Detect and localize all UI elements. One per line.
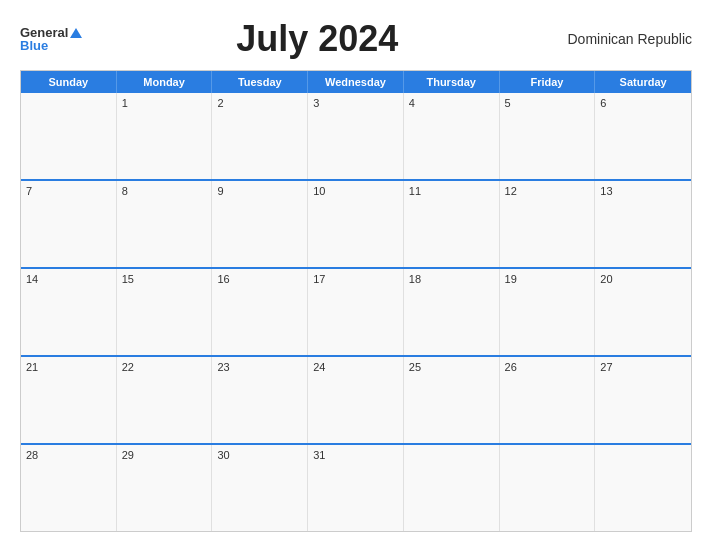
day-1: 1 <box>122 97 128 109</box>
day-26: 26 <box>505 361 517 373</box>
logo-triangle-icon <box>70 28 82 38</box>
day-11: 11 <box>409 185 421 197</box>
day-16: 16 <box>217 273 229 285</box>
calendar-body: 1234567891011121314151617181920212223242… <box>21 93 691 531</box>
week-row-2: 78910111213 <box>21 179 691 267</box>
calendar-cell: 24 <box>308 357 404 443</box>
day-19: 19 <box>505 273 517 285</box>
day-5: 5 <box>505 97 511 109</box>
calendar-cell: 21 <box>21 357 117 443</box>
header: General Blue July 2024 Dominican Republi… <box>20 18 692 60</box>
calendar-cell: 27 <box>595 357 691 443</box>
logo: General Blue <box>20 26 82 52</box>
calendar-cell: 6 <box>595 93 691 179</box>
calendar-cell: 17 <box>308 269 404 355</box>
day-24: 24 <box>313 361 325 373</box>
day-12: 12 <box>505 185 517 197</box>
calendar-cell <box>21 93 117 179</box>
day-28: 28 <box>26 449 38 461</box>
calendar-cell: 1 <box>117 93 213 179</box>
calendar-cell: 29 <box>117 445 213 531</box>
calendar-header: SundayMondayTuesdayWednesdayThursdayFrid… <box>21 71 691 93</box>
calendar-cell: 8 <box>117 181 213 267</box>
month-title: July 2024 <box>82 18 552 60</box>
header-day-wednesday: Wednesday <box>308 71 404 93</box>
day-22: 22 <box>122 361 134 373</box>
week-row-1: 123456 <box>21 93 691 179</box>
calendar-cell: 28 <box>21 445 117 531</box>
calendar: SundayMondayTuesdayWednesdayThursdayFrid… <box>20 70 692 532</box>
calendar-cell: 23 <box>212 357 308 443</box>
day-25: 25 <box>409 361 421 373</box>
day-4: 4 <box>409 97 415 109</box>
day-3: 3 <box>313 97 319 109</box>
day-20: 20 <box>600 273 612 285</box>
day-17: 17 <box>313 273 325 285</box>
calendar-cell: 9 <box>212 181 308 267</box>
calendar-cell: 18 <box>404 269 500 355</box>
calendar-cell <box>595 445 691 531</box>
header-day-sunday: Sunday <box>21 71 117 93</box>
header-day-monday: Monday <box>117 71 213 93</box>
day-10: 10 <box>313 185 325 197</box>
day-29: 29 <box>122 449 134 461</box>
day-21: 21 <box>26 361 38 373</box>
day-14: 14 <box>26 273 38 285</box>
header-day-thursday: Thursday <box>404 71 500 93</box>
calendar-cell: 2 <box>212 93 308 179</box>
day-13: 13 <box>600 185 612 197</box>
calendar-cell: 30 <box>212 445 308 531</box>
calendar-cell: 25 <box>404 357 500 443</box>
day-8: 8 <box>122 185 128 197</box>
calendar-cell: 31 <box>308 445 404 531</box>
week-row-4: 21222324252627 <box>21 355 691 443</box>
day-23: 23 <box>217 361 229 373</box>
calendar-cell: 7 <box>21 181 117 267</box>
header-day-tuesday: Tuesday <box>212 71 308 93</box>
calendar-page: General Blue July 2024 Dominican Republi… <box>0 0 712 550</box>
day-15: 15 <box>122 273 134 285</box>
week-row-5: 28293031 <box>21 443 691 531</box>
day-7: 7 <box>26 185 32 197</box>
calendar-cell: 15 <box>117 269 213 355</box>
day-2: 2 <box>217 97 223 109</box>
week-row-3: 14151617181920 <box>21 267 691 355</box>
calendar-cell: 3 <box>308 93 404 179</box>
day-6: 6 <box>600 97 606 109</box>
calendar-cell <box>404 445 500 531</box>
header-day-friday: Friday <box>500 71 596 93</box>
day-27: 27 <box>600 361 612 373</box>
calendar-cell: 22 <box>117 357 213 443</box>
calendar-cell: 4 <box>404 93 500 179</box>
day-18: 18 <box>409 273 421 285</box>
calendar-cell: 14 <box>21 269 117 355</box>
header-day-saturday: Saturday <box>595 71 691 93</box>
calendar-cell: 11 <box>404 181 500 267</box>
calendar-cell: 26 <box>500 357 596 443</box>
calendar-cell <box>500 445 596 531</box>
day-31: 31 <box>313 449 325 461</box>
calendar-cell: 10 <box>308 181 404 267</box>
day-9: 9 <box>217 185 223 197</box>
calendar-cell: 13 <box>595 181 691 267</box>
country-label: Dominican Republic <box>552 31 692 47</box>
calendar-cell: 19 <box>500 269 596 355</box>
day-30: 30 <box>217 449 229 461</box>
logo-blue-text: Blue <box>20 39 48 52</box>
calendar-cell: 5 <box>500 93 596 179</box>
calendar-cell: 20 <box>595 269 691 355</box>
calendar-cell: 16 <box>212 269 308 355</box>
calendar-cell: 12 <box>500 181 596 267</box>
